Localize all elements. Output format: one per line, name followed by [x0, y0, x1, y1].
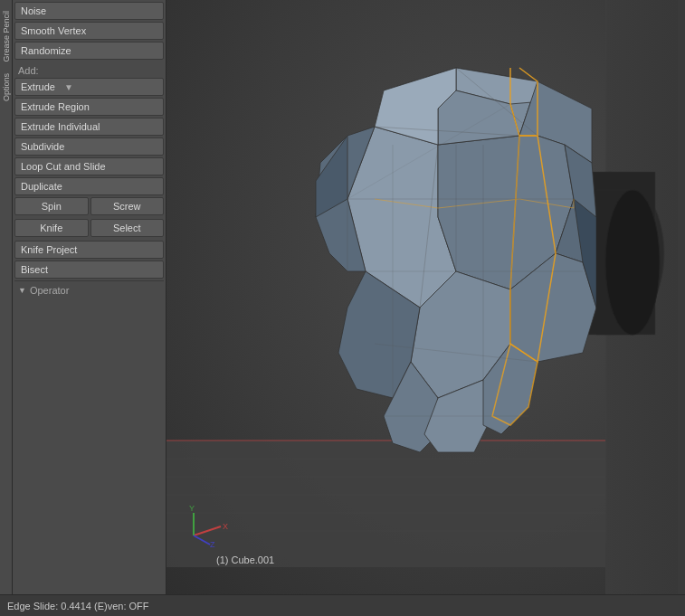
operator-label: Operator — [30, 285, 69, 296]
svg-text:Y: Y — [189, 504, 195, 513]
operator-section[interactable]: ▼ Operator — [14, 280, 164, 299]
sidebar-panel: Noise Smooth Vertex Randomize Add: Extru… — [13, 0, 166, 594]
axis-indicator: X Y Z — [185, 504, 221, 540]
main-area: Grease Pencil Options Noise Smooth Verte… — [0, 0, 685, 594]
spin-button[interactable]: Spin — [14, 197, 89, 215]
smooth-vertex-button[interactable]: Smooth Vertex — [14, 22, 164, 40]
spin-screw-row: Spin Screw — [14, 197, 164, 217]
knife-select-row: Knife Select — [14, 219, 164, 239]
screw-button[interactable]: Screw — [90, 197, 165, 215]
knife-button[interactable]: Knife — [14, 219, 89, 237]
knife-project-button[interactable]: Knife Project — [14, 241, 164, 259]
svg-text:Z: Z — [210, 540, 215, 549]
svg-line-51 — [194, 526, 221, 535]
subdivide-button[interactable]: Subdivide — [14, 137, 164, 156]
object-label: (1) Cube.001 — [216, 554, 274, 565]
options-tab[interactable]: Options — [2, 70, 11, 105]
axis-svg: X Y Z — [185, 504, 230, 549]
select-button[interactable]: Select — [90, 219, 165, 237]
loop-cut-slide-button[interactable]: Loop Cut and Slide — [14, 157, 164, 175]
randomize-button[interactable]: Randomize — [14, 42, 164, 60]
right-border — [678, 0, 685, 594]
grease-pencil-tab[interactable]: Grease Pencil — [2, 7, 11, 66]
extrude-region-button[interactable]: Extrude Region — [14, 98, 164, 116]
left-tab-strip: Grease Pencil Options — [0, 0, 13, 594]
extrude-individual-button[interactable]: Extrude Individual — [14, 118, 164, 136]
dropdown-value: Extrude — [15, 79, 61, 95]
duplicate-button[interactable]: Duplicate — [14, 177, 164, 195]
operator-arrow-icon: ▼ — [18, 286, 26, 295]
svg-text:X: X — [223, 522, 228, 531]
svg-line-55 — [194, 535, 210, 545]
dropdown-arrow-icon: ▼ — [61, 82, 77, 92]
noise-button[interactable]: Noise — [14, 2, 164, 20]
extrude-dropdown[interactable]: Extrude ▼ — [14, 78, 164, 96]
add-label: Add: — [14, 62, 164, 78]
status-bar: Edge Slide: 0.4414 (E)ven: OFF — [0, 594, 685, 616]
svg-point-36 — [605, 190, 660, 335]
bisect-button[interactable]: Bisect — [14, 261, 164, 279]
status-text: Edge Slide: 0.4414 (E)ven: OFF — [7, 601, 149, 611]
mesh-svg — [257, 18, 678, 488]
mesh-container — [257, 18, 678, 525]
viewport[interactable]: X Y Z (1) Cube.001 — [166, 0, 678, 594]
